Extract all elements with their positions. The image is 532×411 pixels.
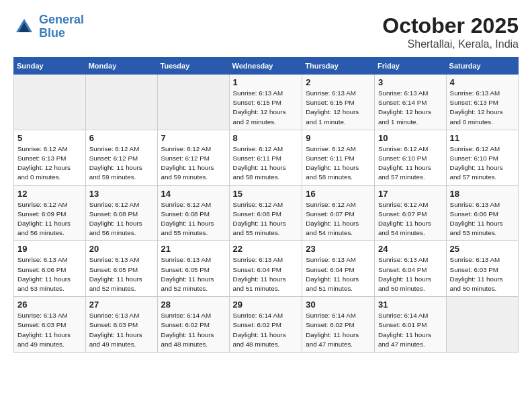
logo-text: General Blue xyxy=(39,13,84,40)
subtitle: Shertallai, Kerala, India xyxy=(382,38,519,50)
calendar-cell: 9Sunrise: 6:12 AM Sunset: 6:11 PM Daylig… xyxy=(302,130,375,185)
day-info: Sunrise: 6:12 AM Sunset: 6:08 PM Dayligh… xyxy=(161,200,226,238)
day-info: Sunrise: 6:12 AM Sunset: 6:07 PM Dayligh… xyxy=(306,200,371,238)
calendar-cell: 17Sunrise: 6:12 AM Sunset: 6:07 PM Dayli… xyxy=(374,185,446,241)
calendar-cell: 18Sunrise: 6:13 AM Sunset: 6:06 PM Dayli… xyxy=(446,185,518,241)
calendar-cell: 22Sunrise: 6:13 AM Sunset: 6:04 PM Dayli… xyxy=(229,241,302,297)
day-number: 14 xyxy=(161,189,226,199)
day-number: 8 xyxy=(233,133,299,143)
day-number: 2 xyxy=(306,77,371,87)
calendar-week-row: 5Sunrise: 6:12 AM Sunset: 6:13 PM Daylig… xyxy=(14,130,519,185)
day-number: 18 xyxy=(450,189,515,199)
day-info: Sunrise: 6:13 AM Sunset: 6:04 PM Dayligh… xyxy=(306,255,371,293)
day-number: 3 xyxy=(378,77,443,87)
calendar-cell xyxy=(157,75,229,130)
logo-icon xyxy=(13,16,35,38)
day-info: Sunrise: 6:12 AM Sunset: 6:08 PM Dayligh… xyxy=(233,200,299,238)
day-info: Sunrise: 6:13 AM Sunset: 6:13 PM Dayligh… xyxy=(450,89,515,127)
calendar-cell: 19Sunrise: 6:13 AM Sunset: 6:06 PM Dayli… xyxy=(14,241,86,297)
calendar-cell: 15Sunrise: 6:12 AM Sunset: 6:08 PM Dayli… xyxy=(229,185,302,241)
calendar-cell: 2Sunrise: 6:13 AM Sunset: 6:15 PM Daylig… xyxy=(302,75,375,130)
calendar-cell: 14Sunrise: 6:12 AM Sunset: 6:08 PM Dayli… xyxy=(157,185,229,241)
day-info: Sunrise: 6:12 AM Sunset: 6:09 PM Dayligh… xyxy=(17,200,82,238)
calendar-cell: 30Sunrise: 6:14 AM Sunset: 6:02 PM Dayli… xyxy=(302,297,375,353)
day-number: 25 xyxy=(450,244,515,254)
calendar-cell: 26Sunrise: 6:13 AM Sunset: 6:03 PM Dayli… xyxy=(14,297,86,353)
day-info: Sunrise: 6:12 AM Sunset: 6:08 PM Dayligh… xyxy=(89,200,154,238)
calendar-cell: 16Sunrise: 6:12 AM Sunset: 6:07 PM Dayli… xyxy=(302,185,375,241)
calendar-week-row: 19Sunrise: 6:13 AM Sunset: 6:06 PM Dayli… xyxy=(14,241,519,297)
day-info: Sunrise: 6:13 AM Sunset: 6:15 PM Dayligh… xyxy=(233,89,299,127)
day-number: 12 xyxy=(17,189,82,199)
day-number: 30 xyxy=(306,300,371,310)
calendar-cell: 1Sunrise: 6:13 AM Sunset: 6:15 PM Daylig… xyxy=(229,75,302,130)
calendar-cell: 13Sunrise: 6:12 AM Sunset: 6:08 PM Dayli… xyxy=(85,185,157,241)
day-info: Sunrise: 6:14 AM Sunset: 6:02 PM Dayligh… xyxy=(306,311,371,349)
page-header: General Blue October 2025 Shertallai, Ke… xyxy=(13,13,519,50)
calendar-cell xyxy=(14,75,86,130)
day-info: Sunrise: 6:13 AM Sunset: 6:04 PM Dayligh… xyxy=(233,255,299,293)
day-number: 21 xyxy=(161,244,226,254)
calendar-cell: 29Sunrise: 6:14 AM Sunset: 6:02 PM Dayli… xyxy=(229,297,302,353)
day-number: 31 xyxy=(378,300,443,310)
day-info: Sunrise: 6:13 AM Sunset: 6:14 PM Dayligh… xyxy=(378,89,443,127)
day-of-week-header: Thursday xyxy=(302,58,375,75)
calendar-week-row: 12Sunrise: 6:12 AM Sunset: 6:09 PM Dayli… xyxy=(14,185,519,241)
day-number: 19 xyxy=(17,244,82,254)
day-info: Sunrise: 6:13 AM Sunset: 6:06 PM Dayligh… xyxy=(450,200,515,238)
calendar-cell: 6Sunrise: 6:12 AM Sunset: 6:12 PM Daylig… xyxy=(85,130,157,185)
calendar-cell: 7Sunrise: 6:12 AM Sunset: 6:12 PM Daylig… xyxy=(157,130,229,185)
calendar-header-row: SundayMondayTuesdayWednesdayThursdayFrid… xyxy=(14,58,519,75)
calendar-cell: 24Sunrise: 6:13 AM Sunset: 6:04 PM Dayli… xyxy=(374,241,446,297)
calendar-cell: 4Sunrise: 6:13 AM Sunset: 6:13 PM Daylig… xyxy=(446,75,518,130)
calendar-cell: 28Sunrise: 6:14 AM Sunset: 6:02 PM Dayli… xyxy=(157,297,229,353)
day-number: 24 xyxy=(378,244,443,254)
day-of-week-header: Saturday xyxy=(446,58,518,75)
day-number: 29 xyxy=(233,300,299,310)
day-info: Sunrise: 6:12 AM Sunset: 6:07 PM Dayligh… xyxy=(378,200,443,238)
day-of-week-header: Monday xyxy=(85,58,157,75)
day-of-week-header: Sunday xyxy=(14,58,86,75)
day-number: 22 xyxy=(233,244,299,254)
day-number: 5 xyxy=(17,133,82,143)
day-number: 20 xyxy=(89,244,154,254)
day-number: 9 xyxy=(306,133,371,143)
day-info: Sunrise: 6:14 AM Sunset: 6:02 PM Dayligh… xyxy=(233,311,299,349)
day-number: 11 xyxy=(450,133,515,143)
calendar-cell: 23Sunrise: 6:13 AM Sunset: 6:04 PM Dayli… xyxy=(302,241,375,297)
day-number: 15 xyxy=(233,189,299,199)
calendar-cell: 3Sunrise: 6:13 AM Sunset: 6:14 PM Daylig… xyxy=(374,75,446,130)
day-info: Sunrise: 6:13 AM Sunset: 6:03 PM Dayligh… xyxy=(17,311,82,349)
calendar-cell: 11Sunrise: 6:12 AM Sunset: 6:10 PM Dayli… xyxy=(446,130,518,185)
day-info: Sunrise: 6:13 AM Sunset: 6:15 PM Dayligh… xyxy=(306,89,371,127)
calendar-cell: 10Sunrise: 6:12 AM Sunset: 6:10 PM Dayli… xyxy=(374,130,446,185)
calendar-cell xyxy=(85,75,157,130)
logo: General Blue xyxy=(13,13,84,40)
day-info: Sunrise: 6:12 AM Sunset: 6:10 PM Dayligh… xyxy=(450,144,515,183)
calendar-cell: 12Sunrise: 6:12 AM Sunset: 6:09 PM Dayli… xyxy=(14,185,86,241)
day-info: Sunrise: 6:12 AM Sunset: 6:12 PM Dayligh… xyxy=(161,144,226,183)
calendar-cell: 5Sunrise: 6:12 AM Sunset: 6:13 PM Daylig… xyxy=(14,130,86,185)
calendar-cell: 31Sunrise: 6:14 AM Sunset: 6:01 PM Dayli… xyxy=(374,297,446,353)
day-number: 4 xyxy=(450,77,515,87)
day-info: Sunrise: 6:12 AM Sunset: 6:11 PM Dayligh… xyxy=(233,144,299,183)
day-number: 1 xyxy=(233,77,299,87)
day-info: Sunrise: 6:13 AM Sunset: 6:05 PM Dayligh… xyxy=(89,255,154,293)
calendar-cell: 21Sunrise: 6:13 AM Sunset: 6:05 PM Dayli… xyxy=(157,241,229,297)
day-number: 16 xyxy=(306,189,371,199)
day-number: 7 xyxy=(161,133,226,143)
calendar-cell: 8Sunrise: 6:12 AM Sunset: 6:11 PM Daylig… xyxy=(229,130,302,185)
day-number: 10 xyxy=(378,133,443,143)
calendar-week-row: 1Sunrise: 6:13 AM Sunset: 6:15 PM Daylig… xyxy=(14,75,519,130)
month-title: October 2025 xyxy=(382,13,519,38)
day-number: 13 xyxy=(89,189,154,199)
title-section: October 2025 Shertallai, Kerala, India xyxy=(382,13,519,50)
day-of-week-header: Tuesday xyxy=(157,58,229,75)
day-of-week-header: Wednesday xyxy=(229,58,302,75)
calendar-cell: 27Sunrise: 6:13 AM Sunset: 6:03 PM Dayli… xyxy=(85,297,157,353)
day-info: Sunrise: 6:12 AM Sunset: 6:10 PM Dayligh… xyxy=(378,144,443,183)
day-info: Sunrise: 6:13 AM Sunset: 6:06 PM Dayligh… xyxy=(17,255,82,293)
day-number: 28 xyxy=(161,300,226,310)
calendar-cell: 25Sunrise: 6:13 AM Sunset: 6:03 PM Dayli… xyxy=(446,241,518,297)
day-number: 27 xyxy=(89,300,154,310)
